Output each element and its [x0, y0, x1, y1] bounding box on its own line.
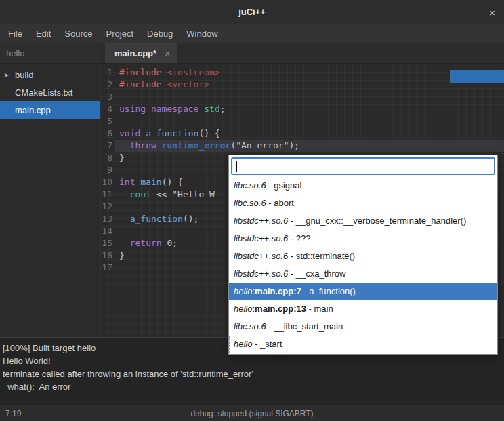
- tab-label: main.cpp*: [114, 48, 156, 58]
- menu-item-source[interactable]: Source: [58, 24, 99, 43]
- line-number: 13: [100, 213, 112, 225]
- tabbar: main.cpp* ×: [100, 43, 504, 64]
- cursor-position: 7:19: [0, 409, 21, 418]
- stack-frame-list: libc.so.6 - gsignallibc.so.6 - abortlibs…: [229, 177, 497, 354]
- code-line-6[interactable]: void a_function() {: [115, 127, 504, 140]
- debug-status: debug: stopped (signal SIGABRT): [0, 409, 504, 418]
- stack-frame-item[interactable]: libstdc++.so.6 - __gnu_cxx::__verbose_te…: [229, 212, 497, 230]
- tab-main-cpp[interactable]: main.cpp* ×: [105, 43, 177, 63]
- code-line-4[interactable]: using namespace std;: [115, 103, 504, 115]
- line-number: 15: [100, 237, 112, 249]
- file-tree: ▶buildCMakeLists.txtmain.cpp: [0, 64, 100, 119]
- tree-item-build[interactable]: ▶build: [0, 66, 100, 83]
- code-line-1[interactable]: #include <iostream>: [115, 66, 504, 79]
- close-icon[interactable]: ×: [489, 6, 495, 18]
- console-line: terminate called after throwing an insta…: [3, 367, 504, 380]
- console-line: what(): An error: [3, 380, 504, 393]
- stack-frame-popup: libc.so.6 - gsignallibc.so.6 - abortlibs…: [228, 155, 498, 355]
- menu-item-edit[interactable]: Edit: [29, 24, 58, 43]
- menu-item-window[interactable]: Window: [180, 24, 224, 43]
- menu-item-project[interactable]: Project: [100, 24, 140, 43]
- app-window: juCi++ × FileEditSourceProjectDebugWindo…: [0, 0, 504, 421]
- line-number: 6: [100, 127, 112, 140]
- stack-frame-item[interactable]: libstdc++.so.6 - __cxa_throw: [229, 265, 497, 283]
- project-header: hello: [0, 43, 100, 64]
- line-number: 1: [100, 66, 112, 79]
- console-line: Hello World!: [3, 355, 504, 367]
- stack-search-input[interactable]: [231, 157, 495, 175]
- expander-icon[interactable]: ▶: [5, 72, 9, 78]
- tree-item-main-cpp[interactable]: main.cpp: [0, 101, 100, 119]
- line-number: 10: [100, 176, 112, 188]
- line-number: 7: [100, 140, 112, 152]
- line-number: 17: [100, 262, 112, 274]
- line-number: 2: [100, 79, 112, 91]
- stack-frame-item[interactable]: libstdc++.so.6 - std::terminate(): [229, 247, 497, 265]
- line-number: 3: [100, 91, 112, 103]
- menubar: FileEditSourceProjectDebugWindow: [0, 24, 504, 43]
- line-number: 4: [100, 103, 112, 115]
- stack-frame-item[interactable]: libc.so.6 - abort: [229, 195, 497, 212]
- stack-frame-item[interactable]: hello:main.cpp:7 - a_function(): [229, 283, 497, 300]
- line-number: 16: [100, 249, 112, 262]
- stack-frame-item[interactable]: hello - _start: [229, 336, 497, 353]
- text-caret: [236, 161, 237, 172]
- line-number: 14: [100, 225, 112, 237]
- line-number: 5: [100, 115, 112, 127]
- line-number: 12: [100, 201, 112, 213]
- code-line-2[interactable]: #include <vector>: [115, 79, 504, 91]
- sidebar: hello ▶buildCMakeLists.txtmain.cpp: [0, 43, 100, 337]
- tree-item-label: main.cpp: [15, 105, 51, 115]
- line-number: 11: [100, 188, 112, 201]
- stack-frame-item[interactable]: libstdc++.so.6 - ???: [229, 230, 497, 247]
- stack-frame-item[interactable]: libc.so.6 - __libc_start_main: [229, 318, 497, 336]
- tab-close-icon[interactable]: ×: [165, 48, 170, 59]
- tree-item-cmakelists-txt[interactable]: CMakeLists.txt: [0, 83, 100, 101]
- tree-item-label: CMakeLists.txt: [15, 87, 72, 98]
- titlebar[interactable]: juCi++ ×: [0, 0, 504, 24]
- scrollbar-thumb[interactable]: [450, 70, 504, 83]
- code-line-5[interactable]: [115, 115, 504, 127]
- stack-frame-item[interactable]: libc.so.6 - gsignal: [229, 177, 497, 195]
- menu-item-file[interactable]: File: [1, 24, 29, 43]
- line-number: 9: [100, 164, 112, 176]
- stack-frame-item[interactable]: hello:main.cpp:13 - main: [229, 300, 497, 318]
- menu-item-debug[interactable]: Debug: [140, 24, 180, 43]
- statusbar: 7:19 debug: stopped (signal SIGABRT): [0, 405, 504, 421]
- code-line-3[interactable]: [115, 91, 504, 103]
- line-number-gutter: 1234567891011121314151617: [100, 64, 115, 337]
- window-title: juCi++: [238, 7, 266, 17]
- tree-item-label: build: [15, 70, 33, 80]
- line-number: 8: [100, 152, 112, 164]
- code-line-7[interactable]: throw runtime_error("An error");: [115, 140, 504, 152]
